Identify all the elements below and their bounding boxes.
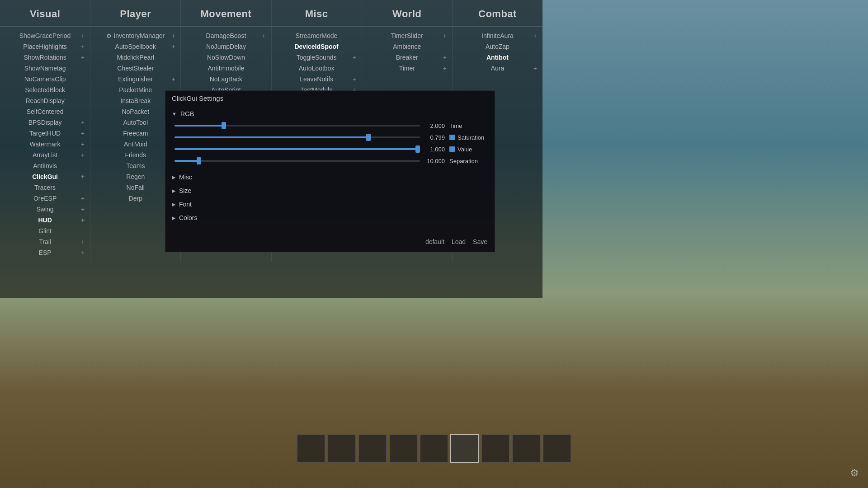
plus-targethud[interactable]: + [81, 130, 85, 137]
plus-swing[interactable]: + [81, 206, 85, 213]
module-antiimmobile[interactable]: AntiImmobile [181, 63, 271, 74]
module-bpsdisplay[interactable]: BPSDisplay + [0, 117, 90, 128]
section-rgb-header[interactable]: RGB [165, 108, 495, 120]
hotbar-slot-3[interactable] [358, 434, 387, 463]
module-nocameraclip[interactable]: NoCameraClip [0, 74, 90, 84]
module-hud[interactable]: HUD + [0, 215, 90, 225]
plus-arraylist[interactable]: + [81, 151, 85, 159]
plus-leavenotifs[interactable]: + [353, 75, 356, 83]
module-ambience[interactable]: Ambience [362, 41, 452, 52]
module-nolagback[interactable]: NoLagBack [181, 74, 271, 84]
module-timer[interactable]: Timer + [362, 63, 452, 74]
hotbar-slot-4[interactable] [389, 434, 418, 463]
plus-togglesounds[interactable]: + [353, 54, 356, 61]
plus-timerslider[interactable]: + [443, 32, 447, 39]
module-autozap[interactable]: AutoZap [453, 41, 542, 52]
module-cheststealer[interactable]: ChestStealer [90, 63, 180, 74]
plus-showgraceperiod[interactable]: + [81, 32, 85, 39]
hotbar-slot-8[interactable] [512, 434, 541, 463]
module-midclickpearl[interactable]: MidclickPearl [90, 52, 180, 63]
module-streamermode[interactable]: StreamerMode [272, 30, 362, 41]
section-misc-header[interactable]: Misc [165, 171, 495, 183]
module-clickgui[interactable]: ClickGui + [0, 171, 90, 182]
module-aura[interactable]: Aura + [453, 63, 542, 74]
plus-autospellbook[interactable]: + [171, 43, 175, 50]
slider-saturation-thumb[interactable] [366, 134, 371, 141]
module-timerslider[interactable]: TimerSlider + [362, 30, 452, 41]
module-showrotations[interactable]: ShowRotations + [0, 52, 90, 63]
module-damageboost[interactable]: DamageBoost + [181, 30, 271, 41]
hotbar-slot-5[interactable] [420, 434, 448, 463]
hotbar-slot-7[interactable] [481, 434, 510, 463]
module-tracers[interactable]: Tracers [0, 182, 90, 193]
section-colors-header[interactable]: Colors [165, 212, 495, 224]
module-extinguisher[interactable]: Extinguisher + [90, 74, 180, 84]
default-button[interactable]: default [425, 238, 444, 245]
plus-damageboost[interactable]: + [262, 32, 265, 39]
module-glint[interactable]: Glint [0, 225, 90, 236]
tab-combat[interactable]: Combat [453, 0, 542, 26]
plus-bpsdisplay[interactable]: + [81, 119, 85, 126]
slider-separation-thumb[interactable] [197, 157, 201, 164]
module-oreep[interactable]: OreESP + [0, 193, 90, 204]
tab-visual[interactable]: Visual [0, 0, 90, 26]
module-selfcentered[interactable]: SelfCentered [0, 106, 90, 117]
section-font-header[interactable]: Font [165, 198, 495, 210]
module-togglesounds[interactable]: ToggleSounds + [272, 52, 362, 63]
plus-placehighlights[interactable]: + [81, 43, 85, 50]
hotbar-slot-6[interactable] [450, 434, 479, 463]
module-selectedblock[interactable]: SelectedBlock [0, 84, 90, 95]
tab-world[interactable]: World [362, 0, 453, 26]
plus-esp[interactable]: + [81, 249, 85, 256]
slider-value-thumb[interactable] [415, 145, 420, 153]
module-trail[interactable]: Trail + [0, 236, 90, 247]
hotbar-slot-9[interactable] [542, 434, 571, 463]
plus-extinguisher[interactable]: + [171, 75, 175, 83]
plus-clickgui[interactable]: + [81, 173, 85, 180]
module-noslowdown[interactable]: NoSlowDown [181, 52, 271, 63]
module-leavenotifs[interactable]: LeaveNotifs + [272, 74, 362, 84]
module-antiinvis[interactable]: AntiInvis [0, 160, 90, 171]
module-showgraceperiod[interactable]: ShowGracePeriod + [0, 30, 90, 41]
module-reachdisplay[interactable]: ReachDisplay [0, 95, 90, 106]
plus-oreep[interactable]: + [81, 195, 85, 202]
plus-watermark[interactable]: + [81, 141, 85, 148]
gear-icon[interactable]: ⚙ [850, 467, 859, 479]
tab-misc[interactable]: Misc [272, 0, 362, 26]
plus-breaker[interactable]: + [443, 54, 447, 61]
section-size-header[interactable]: Size [165, 185, 495, 197]
hotbar-slot-2[interactable] [327, 434, 356, 463]
module-targethud[interactable]: TargetHUD + [0, 128, 90, 139]
plus-timer[interactable]: + [443, 65, 447, 72]
module-antibot[interactable]: Antibot [453, 52, 542, 63]
slider-time-thumb[interactable] [222, 122, 226, 129]
module-watermark[interactable]: Watermark + [0, 139, 90, 150]
slider-value[interactable] [175, 145, 420, 153]
module-breaker[interactable]: Breaker + [362, 52, 452, 63]
plus-showrotations[interactable]: + [81, 54, 85, 61]
slider-saturation[interactable] [175, 133, 420, 141]
plus-infiniteaura[interactable]: + [533, 32, 537, 39]
module-arraylist[interactable]: ArrayList + [0, 150, 90, 160]
load-button[interactable]: Load [452, 238, 466, 245]
plus-trail[interactable]: + [81, 238, 85, 245]
module-autolootbox[interactable]: AutoLootbox [272, 63, 362, 74]
module-placehighlights[interactable]: PlaceHighlights + [0, 41, 90, 52]
save-button[interactable]: Save [473, 238, 487, 245]
plus-inventorymanager[interactable]: + [171, 32, 175, 39]
slider-time[interactable] [175, 122, 420, 130]
hotbar-slot-1[interactable] [297, 434, 326, 463]
module-infiniteaura[interactable]: InfiniteAura + [453, 30, 542, 41]
module-nojumpdelay[interactable]: NoJumpDelay [181, 41, 271, 52]
slider-separation[interactable] [175, 157, 420, 165]
tab-movement[interactable]: Movement [181, 0, 271, 26]
module-inventorymanager[interactable]: ⚙ InventoryManager + [90, 30, 180, 41]
plus-aura[interactable]: + [533, 65, 537, 72]
module-autospellbook[interactable]: AutoSpellbook + [90, 41, 180, 52]
plus-hud[interactable]: + [81, 216, 85, 224]
module-esp[interactable]: ESP + [0, 247, 90, 258]
module-shownametag[interactable]: ShowNametag [0, 63, 90, 74]
module-deviceidspoof[interactable]: DeviceIdSpoof [272, 41, 362, 52]
tab-player[interactable]: Player [90, 0, 181, 26]
module-swing[interactable]: Swing + [0, 204, 90, 215]
